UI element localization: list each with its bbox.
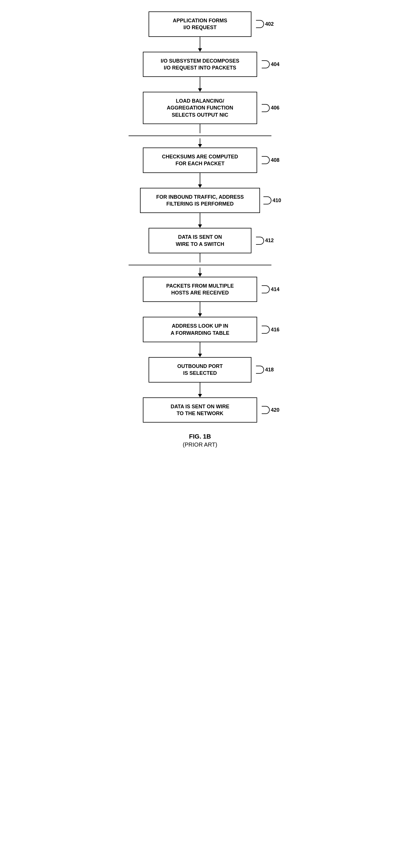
box-412: DATA IS SENT ON WIRE TO A SWITCH 412	[148, 228, 252, 253]
box-402-text: APPLICATION FORMS I/O REQUEST	[173, 18, 227, 30]
arrow-2	[198, 77, 202, 92]
box-406: LOAD BALANCING/ AGGREGATION FUNCTION SEL…	[143, 92, 257, 124]
arrow-6	[198, 342, 202, 357]
box-420: DATA IS SENT ON WIRE TO THE NETWORK 420	[143, 397, 257, 423]
arrow-7	[198, 382, 202, 397]
ref-408-number: 408	[271, 157, 279, 163]
box-414: PACKETS FROM MULTIPLE HOSTS ARE RECEIVED…	[143, 277, 257, 302]
box-414-text: PACKETS FROM MULTIPLE HOSTS ARE RECEIVED	[166, 283, 234, 296]
arrow-3	[198, 173, 202, 188]
box-416: ADDRESS LOOK UP IN A FORWARDING TABLE 41…	[143, 317, 257, 342]
ref-404-number: 404	[271, 61, 279, 68]
box-410: FOR INBOUND TRAFFIC, ADDRESS FILTERING I…	[140, 188, 260, 213]
arrow-1	[198, 37, 202, 52]
ref-414-number: 414	[271, 286, 279, 293]
separator-2	[129, 265, 271, 265]
ref-406: 406	[262, 104, 279, 112]
arrow-4	[198, 213, 202, 228]
ref-418: 418	[256, 366, 274, 374]
box-410-text: FOR INBOUND TRAFFIC, ADDRESS FILTERING I…	[156, 194, 244, 207]
diagram-container: APPLICATION FORMS I/O REQUEST 402 I/O SU…	[100, 11, 300, 448]
ref-408: 408	[262, 156, 279, 164]
ref-414: 414	[262, 285, 279, 293]
box-420-text: DATA IS SENT ON WIRE TO THE NETWORK	[171, 404, 229, 416]
ref-420: 420	[262, 406, 279, 414]
ref-402-number: 402	[265, 21, 274, 27]
arrow-sep-2	[198, 268, 202, 277]
separator-1	[129, 135, 271, 136]
box-418: OUTBOUND PORT IS SELECTED 418	[148, 357, 252, 382]
box-408-text: CHECKSUMS ARE COMPUTED FOR EACH PACKET	[162, 154, 238, 166]
figure-caption: FIG. 1B (PRIOR ART)	[183, 433, 218, 448]
box-412-text: DATA IS SENT ON WIRE TO A SWITCH	[176, 234, 224, 247]
ref-416-number: 416	[271, 326, 279, 333]
ref-410-number: 410	[273, 197, 281, 204]
box-406-text: LOAD BALANCING/ AGGREGATION FUNCTION SEL…	[167, 98, 233, 118]
arrow-5	[198, 302, 202, 317]
ref-402: 402	[256, 20, 274, 28]
ref-412: 412	[256, 237, 274, 245]
ref-406-number: 406	[271, 104, 279, 111]
box-404-text: I/O SUBSYSTEM DECOMPOSES I/O REQUEST INT…	[161, 58, 239, 71]
box-404: I/O SUBSYSTEM DECOMPOSES I/O REQUEST INT…	[143, 52, 257, 77]
ref-416: 416	[262, 326, 279, 334]
ref-412-number: 412	[265, 237, 274, 244]
box-408: CHECKSUMS ARE COMPUTED FOR EACH PACKET 4…	[143, 148, 257, 173]
arrow-sep-1	[198, 138, 202, 148]
box-402: APPLICATION FORMS I/O REQUEST 402	[148, 11, 252, 37]
box-418-text: OUTBOUND PORT IS SELECTED	[177, 363, 223, 376]
ref-410: 410	[263, 196, 281, 205]
box-416-text: ADDRESS LOOK UP IN A FORWARDING TABLE	[171, 323, 229, 336]
ref-420-number: 420	[271, 407, 279, 413]
ref-404: 404	[262, 60, 279, 68]
ref-418-number: 418	[265, 366, 274, 373]
figure-title: FIG. 1B	[183, 433, 218, 440]
figure-subtitle: (PRIOR ART)	[183, 441, 218, 448]
